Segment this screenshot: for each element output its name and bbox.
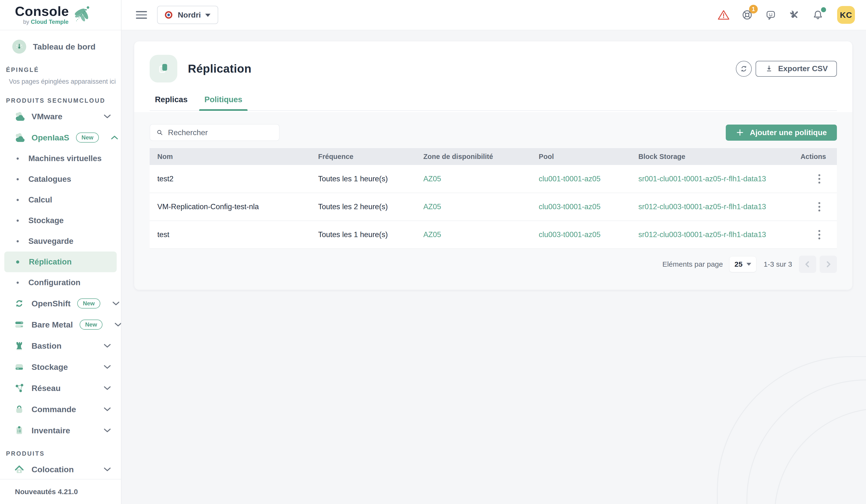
search-icon: [156, 128, 164, 137]
block-storage-link[interactable]: sr001-clu001-t0001-az05-r-flh1-data13: [639, 175, 766, 183]
topbar: Nordri 1: [122, 0, 866, 30]
pool-link[interactable]: clu001-t0001-az05: [539, 175, 601, 183]
sidebar-nav: Tableau de bord ÉPINGLÉ Vos pages épingl…: [0, 30, 121, 479]
network-nodes-icon: [14, 383, 25, 394]
tabs: Replicas Politiques: [149, 95, 837, 111]
secnumcloud-section-header: PRODUITS SECNUMCLOUD: [0, 95, 121, 106]
tab-politiques[interactable]: Politiques: [199, 95, 248, 110]
brand-byline: by Cloud Temple: [23, 19, 69, 25]
sidebar-item-commande[interactable]: Commande: [0, 399, 121, 420]
clipboard-icon: [14, 425, 25, 436]
alert-warning-button[interactable]: [717, 9, 730, 21]
per-page-select[interactable]: 25: [730, 257, 756, 272]
block-storage-link[interactable]: sr012-clu003-t0001-az05-r-flh1-data13: [639, 231, 766, 239]
kebab-menu-icon: [818, 229, 821, 240]
pool-cell: clu001-t0001-az05: [531, 165, 631, 193]
row-actions-menu[interactable]: [814, 227, 824, 243]
sidebar-item-openshift[interactable]: OpenShift New: [0, 293, 121, 314]
brand-logo[interactable]: Console by Cloud Temple: [0, 0, 121, 30]
chevron-down-icon: [104, 467, 111, 472]
sidebar-item-dashboard[interactable]: Tableau de bord: [0, 36, 121, 57]
main-content: Réplication: [122, 30, 866, 504]
table-row: test Toutes les 1 heure(s) AZ05 clu003-t…: [149, 221, 837, 249]
search-field[interactable]: [149, 124, 279, 141]
sidebar-subitem[interactable]: Stockage: [4, 210, 117, 231]
server-stack-icon: [14, 319, 25, 330]
col-frequence: Fréquence: [311, 148, 416, 165]
sidebar-item-inventaire[interactable]: Inventaire: [0, 420, 121, 441]
hamburger-menu-icon[interactable]: [136, 9, 147, 20]
sidebar-item-stockage[interactable]: Stockage: [0, 356, 121, 378]
col-pool: Pool: [531, 148, 631, 165]
tenant-selector[interactable]: Nordri: [157, 6, 218, 24]
house-icon: [14, 464, 25, 475]
block-storage-cell: sr012-clu003-t0001-az05-r-flh1-data13: [631, 193, 782, 221]
add-policy-button[interactable]: Ajouter une politique: [726, 125, 837, 141]
page-title: Réplication: [188, 62, 252, 75]
tools-button[interactable]: [788, 9, 801, 21]
warning-triangle-icon: [718, 9, 730, 21]
tab-replicas[interactable]: Replicas: [149, 95, 193, 110]
notifications-button[interactable]: [812, 9, 824, 21]
user-avatar[interactable]: KC: [837, 6, 855, 24]
block-storage-link[interactable]: sr012-clu003-t0001-az05-r-flh1-data13: [639, 202, 766, 211]
search-input[interactable]: [168, 128, 273, 137]
whats-new-link[interactable]: Nouveautés 4.21.0: [0, 479, 121, 504]
col-actions: Actions: [782, 148, 837, 165]
row-actions-menu[interactable]: [814, 199, 824, 214]
pool-link[interactable]: clu003-t0001-az05: [539, 231, 601, 239]
bullet-icon: [16, 240, 19, 243]
pagination: Eléments par page 25 1-3 sur 3: [149, 256, 837, 273]
zone-link[interactable]: AZ05: [423, 202, 441, 211]
sidebar-item-reseau[interactable]: Réseau: [0, 378, 121, 399]
bullet-icon: [16, 260, 19, 264]
zone-link[interactable]: AZ05: [423, 231, 441, 239]
block-storage-cell: sr001-clu001-t0001-az05-r-flh1-data13: [631, 165, 782, 193]
feedback-button[interactable]: [765, 9, 777, 21]
sidebar-item-bare-metal[interactable]: Bare Metal New: [0, 314, 121, 335]
sidebar-item-bastion[interactable]: Bastion: [0, 335, 121, 356]
new-badge: New: [77, 299, 100, 309]
produits-section-header: PRODUITS: [0, 448, 121, 459]
actions-cell: [782, 221, 837, 249]
sidebar-subitem[interactable]: Calcul: [4, 190, 117, 210]
table-row: test2 Toutes les 1 heure(s) AZ05 clu001-…: [149, 165, 837, 193]
sidebar-item-label: Tableau de bord: [33, 42, 96, 52]
export-csv-button[interactable]: Exporter CSV: [756, 61, 837, 77]
zone-link[interactable]: AZ05: [423, 175, 441, 183]
chevron-right-icon: [824, 260, 832, 268]
policy-frequency-cell: Toutes les 1 heure(s): [311, 221, 416, 249]
col-nom: Nom: [149, 148, 311, 165]
download-icon: [765, 65, 773, 73]
bullet-icon: [16, 199, 19, 201]
rook-tower-icon: [14, 340, 25, 351]
sidebar-subitem[interactable]: Machines virtuelles: [4, 148, 117, 169]
chevron-down-icon: [112, 301, 120, 306]
actions-cell: [782, 165, 837, 193]
refresh-button[interactable]: [736, 61, 752, 77]
previous-page-button[interactable]: [799, 256, 816, 273]
dragonfly-logo-icon: [71, 3, 92, 24]
chevron-down-icon: [104, 365, 111, 369]
pool-cell: clu003-t0001-az05: [531, 193, 631, 221]
sidebar-subitem[interactable]: Réplication: [4, 251, 117, 272]
sidebar-item-colocation[interactable]: Colocation: [0, 459, 121, 479]
row-actions-menu[interactable]: [814, 171, 824, 187]
policy-name-cell: test2: [149, 165, 311, 193]
pool-link[interactable]: clu003-t0001-az05: [539, 202, 601, 211]
sidebar-subitem[interactable]: Catalogues: [4, 169, 117, 190]
bullet-icon: [16, 157, 19, 160]
plus-icon: [736, 128, 744, 137]
openiaas-submenu: Machines virtuelles Catalogues Calcul St…: [0, 148, 121, 293]
sidebar-item-vmware[interactable]: VMware: [0, 106, 121, 127]
chevron-up-icon: [111, 135, 118, 140]
next-page-button[interactable]: [820, 256, 837, 273]
notification-dot: [821, 7, 826, 12]
cloud-icon: [14, 132, 25, 143]
sidebar-subitem[interactable]: Sauvegarde: [4, 231, 117, 251]
sidebar-subitem[interactable]: Configuration: [4, 272, 117, 293]
table-header-row: Nom Fréquence Zone de disponibilité Pool…: [149, 148, 837, 165]
policy-name-cell: VM-Replication-Config-test-nla: [149, 193, 311, 221]
support-button[interactable]: 1: [741, 9, 753, 21]
sidebar-item-openiaas[interactable]: OpenIaaS New: [0, 127, 121, 148]
